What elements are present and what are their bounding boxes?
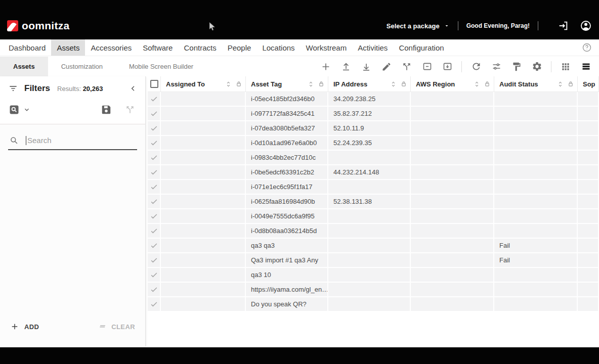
cell-sop (578, 209, 599, 224)
row-check-icon[interactable] (148, 209, 161, 224)
row-check-icon[interactable] (148, 283, 161, 297)
collapse-panel-icon[interactable] (129, 84, 137, 93)
sort-icon[interactable] (557, 80, 564, 88)
column-header-ip_address[interactable]: IP Address (328, 76, 411, 92)
column-header-sop[interactable]: Sop (578, 76, 599, 92)
format-paint-icon[interactable] (510, 61, 523, 73)
column-header-aws_region[interactable]: AWS Region (411, 76, 494, 92)
help-icon[interactable] (582, 39, 592, 56)
table-row[interactable]: i-071e1ec6c95f1fa17 (148, 180, 599, 195)
add-filter-button[interactable]: ADD (10, 322, 39, 331)
row-check-icon[interactable] (148, 165, 161, 180)
table-row[interactable]: i-0d8b08aa036214b5d (148, 224, 599, 239)
row-check-icon[interactable] (148, 92, 161, 107)
table-row[interactable]: i-0d10a1ad967e6a0b052.24.239.35 (148, 136, 599, 151)
save-filter-icon[interactable] (101, 104, 112, 115)
table-row[interactable]: qa3 10 (148, 268, 599, 283)
select-all-checkbox[interactable] (150, 80, 158, 88)
nav-item-workstream[interactable]: Workstream (301, 39, 353, 56)
lock-icon[interactable] (484, 80, 491, 87)
archive-remove-icon[interactable] (421, 61, 433, 73)
row-check-icon[interactable] (148, 121, 161, 136)
cell-sop (578, 92, 599, 107)
row-check-icon[interactable] (148, 253, 161, 268)
clear-filters-label: CLEAR (111, 323, 135, 331)
nav-item-configuration[interactable]: Configuration (393, 39, 449, 56)
oomnitza-logo[interactable]: oomnitza (7, 20, 70, 32)
table-row[interactable]: i-05ec4185bf2d346b034.209.238.25 (148, 92, 599, 107)
sort-icon[interactable] (307, 80, 315, 88)
column-label: IP Address (333, 80, 367, 88)
table-row[interactable]: i-0be5edcf63391c2b244.232.214.148 (148, 165, 599, 180)
table-row[interactable]: Qa3 import #1 qa3 AnyFail (148, 253, 599, 268)
clear-filters-button[interactable]: CLEAR (98, 322, 135, 331)
nav-item-locations[interactable]: Locations (256, 39, 300, 56)
download-icon[interactable] (360, 61, 372, 73)
table-row[interactable]: i-0625faa816984d90b52.38.131.38 (148, 195, 599, 209)
table-row[interactable]: i-0977172fa83425c4135.82.37.212 (148, 107, 599, 121)
cell-aws_region (411, 136, 494, 151)
tune-icon[interactable] (490, 61, 502, 73)
table-row[interactable]: https://iiyama.com/gl_en… (148, 283, 599, 297)
nav-item-assets[interactable]: Assets (51, 39, 85, 56)
row-check-icon[interactable] (148, 136, 161, 151)
sort-icon[interactable] (473, 80, 481, 88)
row-check-icon[interactable] (148, 297, 161, 312)
refresh-icon[interactable] (470, 61, 482, 73)
upload-icon[interactable] (340, 61, 352, 73)
column-header-assigned_to[interactable]: Assigned To (161, 76, 246, 92)
lock-icon[interactable] (400, 80, 407, 87)
sign-out-icon[interactable] (558, 20, 569, 31)
grid-view-icon[interactable] (560, 61, 572, 73)
nav-item-contracts[interactable]: Contracts (178, 39, 222, 56)
sort-icon[interactable] (390, 80, 397, 88)
cell-assigned_to (161, 224, 246, 239)
table-row[interactable]: i-0983c4bb2ec77d10c (148, 151, 599, 165)
saved-search-icon[interactable] (8, 104, 20, 116)
workflow-split-icon[interactable] (401, 61, 413, 73)
add-icon[interactable] (320, 61, 332, 73)
row-check-icon[interactable] (148, 180, 161, 195)
nav-item-dashboard[interactable]: Dashboard (3, 39, 51, 56)
table-row[interactable]: Do you speak QR? (148, 297, 599, 312)
table-row[interactable]: i-07dea3080b5efa32752.10.11.9 (148, 121, 599, 136)
row-check-icon[interactable] (148, 268, 161, 283)
row-check-icon[interactable] (148, 151, 161, 165)
filters-header: Filters Results: 20,263 (0, 76, 145, 124)
lock-icon[interactable] (318, 80, 325, 87)
table-row[interactable]: i-0049e7555dc6a9f95 (148, 209, 599, 224)
nav-item-software[interactable]: Software (137, 39, 178, 56)
chevron-down-icon[interactable] (23, 106, 30, 113)
cell-audit_status: Fail (494, 253, 578, 268)
cell-assigned_to (161, 151, 246, 165)
row-check-icon[interactable] (148, 107, 161, 121)
cell-sop (578, 239, 599, 253)
toolbar-divider (461, 61, 462, 72)
lock-icon[interactable] (235, 80, 242, 87)
cell-asset_tag: i-0977172fa83425c41 (246, 107, 328, 121)
column-header-audit_status[interactable]: Audit Status (494, 76, 578, 92)
settings-gear-icon[interactable] (531, 61, 543, 73)
nav-item-activities[interactable]: Activities (352, 39, 393, 56)
select-package-dropdown[interactable]: Select a package (387, 22, 450, 30)
nav-item-people[interactable]: People (222, 39, 257, 56)
row-check-icon[interactable] (148, 239, 161, 253)
lock-icon[interactable] (567, 80, 574, 87)
subtab-mobile-screen-builder[interactable]: Mobile Screen Builder (116, 57, 206, 76)
list-view-icon[interactable] (580, 61, 592, 73)
cell-assigned_to (161, 209, 246, 224)
table-row[interactable]: qa3 qa3Fail (148, 239, 599, 253)
archive-add-icon[interactable] (441, 61, 453, 73)
edit-icon[interactable] (380, 61, 393, 73)
cell-aws_region (411, 121, 494, 136)
account-icon[interactable] (580, 20, 592, 32)
sort-icon[interactable] (225, 80, 232, 88)
subtab-assets[interactable]: Assets (0, 57, 48, 76)
row-check-icon[interactable] (148, 224, 161, 239)
nav-item-accessories[interactable]: Accessories (85, 39, 137, 56)
column-header-asset_tag[interactable]: Asset Tag (246, 76, 328, 92)
workflow-split-icon[interactable] (125, 105, 135, 115)
subtab-customization[interactable]: Customization (48, 57, 116, 76)
search-input[interactable] (27, 136, 129, 145)
row-check-icon[interactable] (148, 195, 161, 209)
